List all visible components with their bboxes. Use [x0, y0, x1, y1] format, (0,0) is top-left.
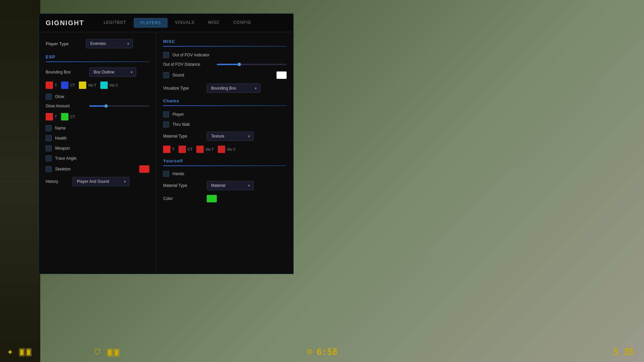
nav-visuals[interactable]: VISUALS	[169, 18, 201, 28]
sound-checkbox[interactable]	[163, 72, 169, 78]
app-logo: GIGNIGHT	[46, 19, 84, 27]
chams-material-row: Material Type Texture ▼	[163, 132, 287, 141]
glow-swatch-CT[interactable]	[61, 113, 68, 120]
health-label: Health	[55, 136, 67, 141]
right-panel: MISC Out of FOV Indicator Out of FOV Dis…	[156, 32, 293, 274]
weapon-checkbox[interactable]	[46, 145, 52, 151]
color-swatch-T[interactable]	[46, 82, 53, 89]
glow-amount-slider[interactable]	[89, 105, 149, 107]
glow-color-CT: CT	[61, 113, 75, 120]
glow-amount-fill	[89, 105, 104, 107]
weapon-row: Weapon	[46, 145, 149, 151]
yourself-hands-row: Hands	[163, 171, 287, 177]
sound-row: Sound	[163, 71, 287, 79]
hud-time: 6:58	[316, 347, 338, 357]
color-label-CT: CT	[70, 83, 75, 87]
nav-misc[interactable]: MISC	[202, 18, 226, 28]
history-arrow: ▼	[123, 180, 127, 184]
player-type-arrow: ▼	[127, 42, 130, 46]
color-swatch-CT[interactable]	[61, 82, 68, 89]
fov-distance-slider[interactable]	[217, 64, 287, 65]
esp-divider	[46, 61, 149, 62]
chams-color-CT: CT	[179, 146, 193, 153]
color-label-T: T	[55, 83, 57, 87]
color-swatch-VisT[interactable]	[79, 82, 86, 89]
hud-right: 5 35	[613, 347, 634, 357]
chams-material-label: Material Type	[163, 134, 207, 139]
yourself-color-swatch[interactable]	[207, 195, 217, 202]
hud-left: ✦ 🂠🂠	[7, 348, 32, 357]
fov-indicator-checkbox[interactable]	[163, 52, 169, 58]
yourself-color-label: Color	[163, 196, 207, 201]
glow-label: Glow	[55, 94, 64, 99]
yourself-material-row: Material Type Material ▼	[163, 181, 287, 190]
content-area: Player Type Enemies ▼ ESP Bounding Box B…	[39, 32, 293, 274]
fov-distance-row: Out of FOV Distance	[163, 62, 287, 67]
trace-angle-row: Trace Angle	[46, 155, 149, 161]
chams-material-arrow: ▼	[247, 135, 251, 138]
misc-section-title: MISC	[163, 39, 287, 44]
name-checkbox[interactable]	[46, 125, 52, 131]
trace-angle-checkbox[interactable]	[46, 155, 52, 161]
color-item-CT: CT	[61, 82, 75, 89]
nav-legitbot[interactable]: LEGITBOT	[98, 18, 132, 28]
name-label: Name	[55, 126, 66, 131]
chams-swatch-VisT[interactable]	[196, 146, 204, 153]
fov-distance-thumb[interactable]	[238, 63, 241, 66]
misc-divider	[163, 46, 287, 47]
chams-swatch-CT[interactable]	[179, 146, 186, 153]
history-row: History Player And Sound ▼	[46, 177, 149, 186]
health-row: Health	[46, 135, 149, 141]
player-type-label: Player Type	[46, 41, 86, 46]
glow-label-T: T	[55, 115, 57, 119]
color-label-VisC: Vis C	[109, 83, 118, 87]
bounding-box-dropdown[interactable]: Box Outline ▼	[89, 67, 136, 77]
sound-color-swatch[interactable]	[277, 71, 287, 79]
nav-bar: LEGITBOT PLAYERS VISUALS MISC CONFIG	[98, 18, 257, 28]
yourself-material-label: Material Type	[163, 183, 207, 188]
chams-label-VisC: Vis C	[227, 147, 236, 151]
nav-players[interactable]: PLAYERS	[134, 18, 167, 28]
color-swatch-VisC[interactable]	[100, 82, 108, 89]
color-item-VisC: Vis C	[100, 82, 118, 89]
color-item-VisT: Vis T	[79, 82, 96, 89]
chams-label-T: T	[172, 147, 175, 151]
yourself-hands-label: Hands	[172, 171, 184, 176]
header: GIGNIGHT LEGITBOT PLAYERS VISUALS MISC C…	[39, 14, 293, 32]
visualize-type-dropdown[interactable]: Bounding Box ▼	[207, 84, 260, 93]
chams-swatch-T[interactable]	[163, 146, 170, 153]
history-dropdown[interactable]: Player And Sound ▼	[72, 177, 130, 186]
chams-material-value: Texture	[211, 134, 224, 139]
glow-checkbox[interactable]	[46, 94, 52, 100]
chams-thru-wall-checkbox[interactable]	[163, 121, 169, 127]
nav-config[interactable]: CONFIG	[227, 18, 257, 28]
chams-label-CT: CT	[188, 147, 193, 151]
chams-player-checkbox[interactable]	[163, 111, 169, 117]
player-type-dropdown[interactable]: Enemies ▼	[86, 39, 133, 48]
visualize-type-arrow: ▼	[254, 87, 257, 90]
skeleton-color-swatch[interactable]	[139, 165, 149, 173]
glow-swatch-T[interactable]	[46, 113, 53, 120]
name-row: Name	[46, 125, 149, 131]
chams-divider	[163, 105, 287, 106]
hud-icon-star: ✦	[7, 348, 13, 357]
sound-toggle-row: Sound	[163, 72, 184, 78]
skeleton-checkbox[interactable]	[46, 166, 52, 172]
esp-section-title: ESP	[46, 54, 149, 59]
glow-amount-thumb[interactable]	[104, 104, 108, 108]
fov-indicator-label: Out of FOV Indicator	[172, 53, 209, 57]
glow-amount-row: Glow Amount	[46, 104, 149, 108]
bounding-box-value: Box Outline	[94, 70, 114, 74]
hud-score2: 35	[624, 347, 634, 357]
chams-swatch-VisC[interactable]	[218, 146, 225, 153]
yourself-material-dropdown[interactable]: Material ▼	[207, 181, 254, 190]
yourself-divider	[163, 165, 287, 166]
fov-indicator-row: Out of FOV Indicator	[163, 52, 287, 58]
chams-material-dropdown[interactable]: Texture ▼	[207, 132, 254, 141]
chams-color-VisT: Vis T	[196, 146, 214, 153]
yourself-hands-checkbox[interactable]	[163, 171, 169, 177]
main-panel: GIGNIGHT LEGITBOT PLAYERS VISUALS MISC C…	[39, 13, 294, 274]
esp-color-row: T CT Vis T Vis C	[46, 82, 149, 89]
hud-center-icon: ⚙	[306, 348, 313, 356]
health-checkbox[interactable]	[46, 135, 52, 141]
